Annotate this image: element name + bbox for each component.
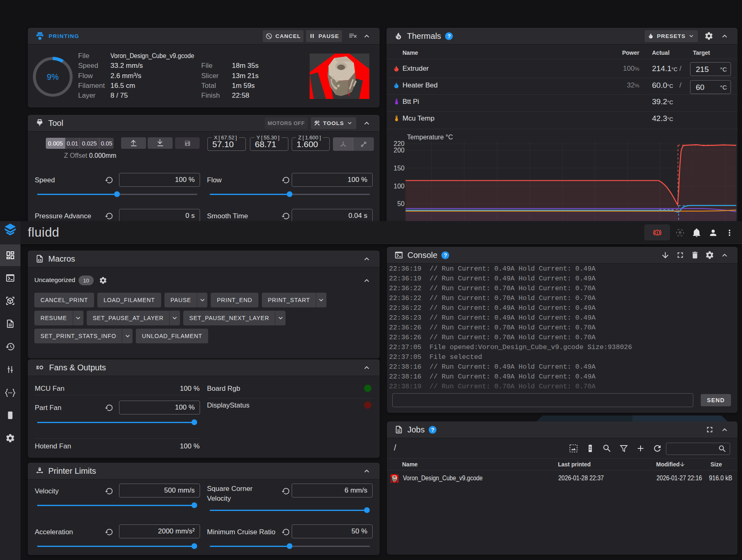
svg-text:9%: 9% <box>47 72 59 81</box>
svg-text:200: 200 <box>393 147 405 154</box>
svg-text:100: 100 <box>393 183 405 190</box>
svg-text:220: 220 <box>393 140 405 147</box>
svg-text:Temperature °C: Temperature °C <box>407 134 453 141</box>
svg-text:50: 50 <box>397 200 405 207</box>
svg-text:150: 150 <box>393 165 405 172</box>
